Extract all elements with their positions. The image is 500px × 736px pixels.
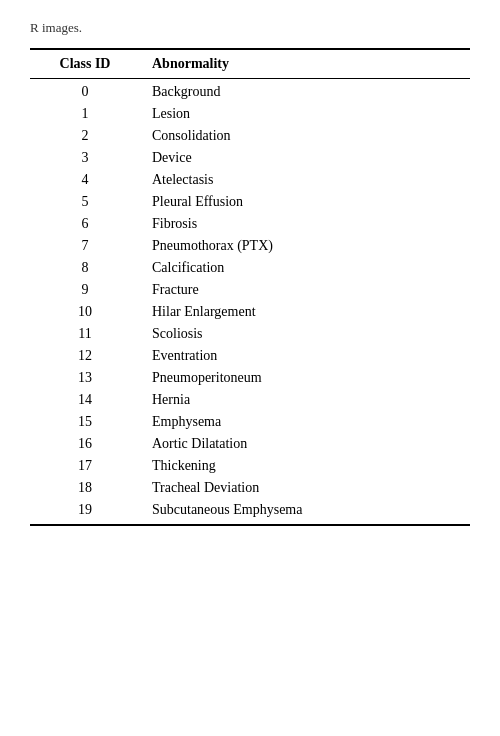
cell-abnormality: Thickening bbox=[140, 455, 470, 477]
table-header-row: Class ID Abnormality bbox=[30, 49, 470, 79]
cell-class-id: 13 bbox=[30, 367, 140, 389]
table-row: 19Subcutaneous Emphysema bbox=[30, 499, 470, 525]
class-table: Class ID Abnormality 0Background1Lesion2… bbox=[30, 48, 470, 526]
table-row: 11Scoliosis bbox=[30, 323, 470, 345]
cell-class-id: 11 bbox=[30, 323, 140, 345]
cell-class-id: 9 bbox=[30, 279, 140, 301]
cell-abnormality: Fracture bbox=[140, 279, 470, 301]
cell-class-id: 1 bbox=[30, 103, 140, 125]
table-row: 6Fibrosis bbox=[30, 213, 470, 235]
cell-class-id: 4 bbox=[30, 169, 140, 191]
cell-abnormality: Tracheal Deviation bbox=[140, 477, 470, 499]
table-row: 16Aortic Dilatation bbox=[30, 433, 470, 455]
cell-abnormality: Pneumothorax (PTX) bbox=[140, 235, 470, 257]
cell-abnormality: Background bbox=[140, 79, 470, 104]
table-row: 8Calcification bbox=[30, 257, 470, 279]
cell-abnormality: Emphysema bbox=[140, 411, 470, 433]
cell-class-id: 6 bbox=[30, 213, 140, 235]
cell-class-id: 18 bbox=[30, 477, 140, 499]
table-row: 3Device bbox=[30, 147, 470, 169]
cell-abnormality: Hernia bbox=[140, 389, 470, 411]
table-row: 15Emphysema bbox=[30, 411, 470, 433]
cell-class-id: 15 bbox=[30, 411, 140, 433]
cell-class-id: 2 bbox=[30, 125, 140, 147]
table-row: 5Pleural Effusion bbox=[30, 191, 470, 213]
cell-class-id: 8 bbox=[30, 257, 140, 279]
cell-class-id: 5 bbox=[30, 191, 140, 213]
table-row: 9Fracture bbox=[30, 279, 470, 301]
cell-abnormality: Scoliosis bbox=[140, 323, 470, 345]
cell-abnormality: Pleural Effusion bbox=[140, 191, 470, 213]
cell-class-id: 16 bbox=[30, 433, 140, 455]
table-row: 2Consolidation bbox=[30, 125, 470, 147]
cell-abnormality: Consolidation bbox=[140, 125, 470, 147]
column-header-class-id: Class ID bbox=[30, 49, 140, 79]
cell-abnormality: Subcutaneous Emphysema bbox=[140, 499, 470, 525]
cell-class-id: 14 bbox=[30, 389, 140, 411]
column-header-abnormality: Abnormality bbox=[140, 49, 470, 79]
table-row: 12Eventration bbox=[30, 345, 470, 367]
cell-class-id: 3 bbox=[30, 147, 140, 169]
cell-abnormality: Hilar Enlargement bbox=[140, 301, 470, 323]
cell-class-id: 12 bbox=[30, 345, 140, 367]
cell-class-id: 7 bbox=[30, 235, 140, 257]
table-row: 10Hilar Enlargement bbox=[30, 301, 470, 323]
cell-abnormality: Lesion bbox=[140, 103, 470, 125]
cell-class-id: 10 bbox=[30, 301, 140, 323]
table-row: 13Pneumoperitoneum bbox=[30, 367, 470, 389]
cell-class-id: 19 bbox=[30, 499, 140, 525]
table-row: 0Background bbox=[30, 79, 470, 104]
cell-abnormality: Eventration bbox=[140, 345, 470, 367]
cell-class-id: 0 bbox=[30, 79, 140, 104]
table-row: 4Atelectasis bbox=[30, 169, 470, 191]
cell-abnormality: Aortic Dilatation bbox=[140, 433, 470, 455]
table-wrapper: Class ID Abnormality 0Background1Lesion2… bbox=[30, 48, 470, 526]
cell-abnormality: Device bbox=[140, 147, 470, 169]
table-row: 7Pneumothorax (PTX) bbox=[30, 235, 470, 257]
cell-abnormality: Calcification bbox=[140, 257, 470, 279]
intro-text: R images. bbox=[30, 20, 470, 36]
cell-abnormality: Fibrosis bbox=[140, 213, 470, 235]
cell-abnormality: Pneumoperitoneum bbox=[140, 367, 470, 389]
table-row: 1Lesion bbox=[30, 103, 470, 125]
table-row: 14Hernia bbox=[30, 389, 470, 411]
cell-class-id: 17 bbox=[30, 455, 140, 477]
cell-abnormality: Atelectasis bbox=[140, 169, 470, 191]
table-row: 17Thickening bbox=[30, 455, 470, 477]
table-row: 18Tracheal Deviation bbox=[30, 477, 470, 499]
